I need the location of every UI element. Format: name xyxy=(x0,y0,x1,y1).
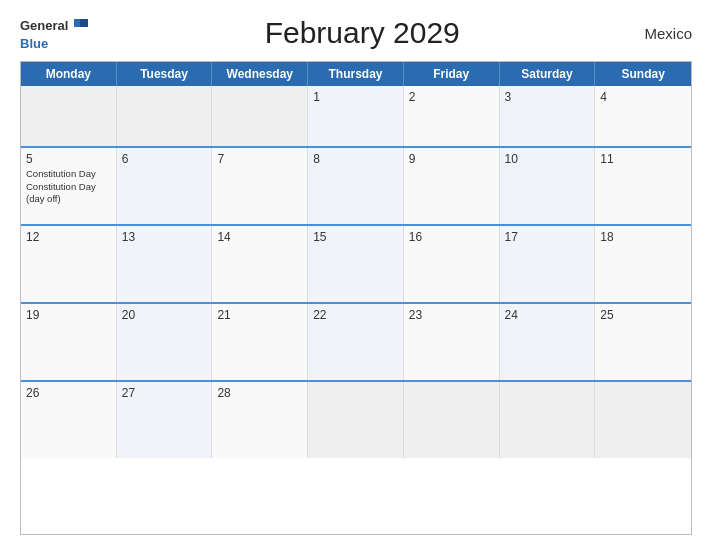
calendar-cell: 6 xyxy=(117,148,213,224)
day-number: 2 xyxy=(409,90,494,104)
logo: General Blue xyxy=(20,15,92,51)
calendar-header-cell: Sunday xyxy=(595,62,691,86)
calendar-cell: 25 xyxy=(595,304,691,380)
logo-general-text: General xyxy=(20,19,68,33)
logo-blue-text: Blue xyxy=(20,37,48,51)
calendar-cell: 7 xyxy=(212,148,308,224)
day-number: 6 xyxy=(122,152,207,166)
day-number: 5 xyxy=(26,152,111,166)
day-number: 16 xyxy=(409,230,494,244)
day-number: 25 xyxy=(600,308,686,322)
calendar-cell xyxy=(212,86,308,146)
day-number: 13 xyxy=(122,230,207,244)
calendar-header-cell: Tuesday xyxy=(117,62,213,86)
day-number: 9 xyxy=(409,152,494,166)
day-number: 12 xyxy=(26,230,111,244)
calendar-body: 12345Constitution DayConstitution Day(da… xyxy=(21,86,691,458)
calendar-event: (day off) xyxy=(26,193,111,205)
page-title: February 2029 xyxy=(92,16,632,50)
calendar-cell: 5Constitution DayConstitution Day(day of… xyxy=(21,148,117,224)
calendar-week-row: 5Constitution DayConstitution Day(day of… xyxy=(21,146,691,224)
calendar-week-row: 12131415161718 xyxy=(21,224,691,302)
day-number: 23 xyxy=(409,308,494,322)
day-number: 19 xyxy=(26,308,111,322)
day-number: 24 xyxy=(505,308,590,322)
day-number: 11 xyxy=(600,152,686,166)
svg-marker-1 xyxy=(80,19,88,27)
calendar-cell: 1 xyxy=(308,86,404,146)
calendar-cell: 8 xyxy=(308,148,404,224)
calendar-cell: 3 xyxy=(500,86,596,146)
day-number: 28 xyxy=(217,386,302,400)
calendar-cell xyxy=(595,382,691,458)
calendar-cell: 20 xyxy=(117,304,213,380)
calendar-cell: 13 xyxy=(117,226,213,302)
day-number: 8 xyxy=(313,152,398,166)
calendar-cell: 17 xyxy=(500,226,596,302)
calendar-header-cell: Monday xyxy=(21,62,117,86)
day-number: 26 xyxy=(26,386,111,400)
calendar-cell: 21 xyxy=(212,304,308,380)
calendar-cell xyxy=(500,382,596,458)
calendar-cell: 9 xyxy=(404,148,500,224)
day-number: 22 xyxy=(313,308,398,322)
calendar-header-cell: Friday xyxy=(404,62,500,86)
calendar-cell: 4 xyxy=(595,86,691,146)
calendar-week-row: 262728 xyxy=(21,380,691,458)
calendar-cell: 14 xyxy=(212,226,308,302)
calendar-week-row: 19202122232425 xyxy=(21,302,691,380)
calendar-header-cell: Saturday xyxy=(500,62,596,86)
calendar-page: General Blue February 2029 Mexico Monday… xyxy=(0,0,712,550)
page-header: General Blue February 2029 Mexico xyxy=(20,15,692,51)
day-number: 14 xyxy=(217,230,302,244)
calendar-header-cell: Thursday xyxy=(308,62,404,86)
day-number: 1 xyxy=(313,90,398,104)
calendar-cell xyxy=(308,382,404,458)
calendar-cell: 15 xyxy=(308,226,404,302)
day-number: 4 xyxy=(600,90,686,104)
calendar-cell: 26 xyxy=(21,382,117,458)
calendar-cell: 11 xyxy=(595,148,691,224)
calendar-cell: 2 xyxy=(404,86,500,146)
day-number: 27 xyxy=(122,386,207,400)
day-number: 21 xyxy=(217,308,302,322)
calendar-cell: 10 xyxy=(500,148,596,224)
day-number: 20 xyxy=(122,308,207,322)
calendar-cell: 16 xyxy=(404,226,500,302)
calendar-header-cell: Wednesday xyxy=(212,62,308,86)
calendar-event: Constitution Day xyxy=(26,181,111,193)
day-number: 3 xyxy=(505,90,590,104)
calendar-cell: 24 xyxy=(500,304,596,380)
day-number: 17 xyxy=(505,230,590,244)
calendar-cell xyxy=(404,382,500,458)
calendar-cell: 19 xyxy=(21,304,117,380)
logo-flag-icon xyxy=(70,15,92,37)
calendar-cell: 18 xyxy=(595,226,691,302)
calendar-cell: 27 xyxy=(117,382,213,458)
calendar-cell: 23 xyxy=(404,304,500,380)
calendar-cell: 22 xyxy=(308,304,404,380)
calendar-cell: 12 xyxy=(21,226,117,302)
day-number: 18 xyxy=(600,230,686,244)
day-number: 7 xyxy=(217,152,302,166)
calendar: MondayTuesdayWednesdayThursdayFridaySatu… xyxy=(20,61,692,535)
day-number: 10 xyxy=(505,152,590,166)
calendar-event: Constitution Day xyxy=(26,168,111,180)
day-number: 15 xyxy=(313,230,398,244)
calendar-week-row: 1234 xyxy=(21,86,691,146)
calendar-header-row: MondayTuesdayWednesdayThursdayFridaySatu… xyxy=(21,62,691,86)
calendar-cell xyxy=(117,86,213,146)
country-label: Mexico xyxy=(632,25,692,42)
calendar-cell: 28 xyxy=(212,382,308,458)
calendar-cell xyxy=(21,86,117,146)
